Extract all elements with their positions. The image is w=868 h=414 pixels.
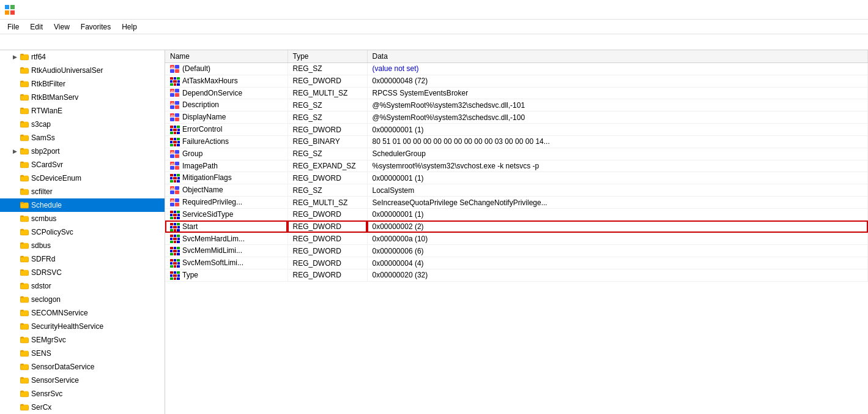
registry-panel[interactable]: Name Type Data ab (Default)REG_SZ(value …: [165, 50, 868, 414]
reg-name-cell: SvcMemHardLim...: [165, 233, 287, 245]
tree-item-rtkaudiouniversalser[interactable]: RtkAudioUniversalSer: [0, 64, 165, 77]
close-button[interactable]: [840, 0, 868, 20]
expand-icon[interactable]: ▶: [10, 52, 20, 62]
folder-icon: [20, 335, 29, 345]
reg-type-cell: REG_EXPAND_SZ: [287, 160, 367, 172]
tree-item-rtwlane[interactable]: RTWlanE: [0, 104, 165, 118]
tree-item-sdbus[interactable]: sdbus: [0, 239, 165, 252]
table-row[interactable]: SvcMemSoftLimi...REG_DWORD0x00000004 (4): [165, 257, 868, 269]
tree-item-sens[interactable]: SENS: [0, 347, 165, 360]
table-row[interactable]: ab RequiredPrivileg...REG_MULTI_SZSeIncr…: [165, 197, 868, 209]
reg-data-cell: SchedulerGroup: [367, 148, 868, 160]
tree-item-label: SDFRd: [31, 255, 55, 263]
tree-item-sensrsvc[interactable]: SensrSvc: [0, 387, 165, 401]
svg-rect-128: [170, 274, 172, 277]
reg-name-cell: ServiceSidType: [165, 208, 287, 220]
svg-rect-49: [174, 144, 176, 146]
tree-item-sdrsvc[interactable]: SDRSVC: [0, 266, 165, 279]
svg-text:ab: ab: [171, 151, 174, 154]
folder-icon: [20, 348, 29, 358]
tree-item-schedule[interactable]: Schedule: [0, 198, 165, 212]
tree-item-semgrsvc[interactable]: SEMgrSvc: [0, 333, 165, 347]
maximize-button[interactable]: [812, 0, 840, 20]
tree-item-seclogon[interactable]: seclogon: [0, 293, 165, 306]
tree-item-rtkbtmanserv[interactable]: RtkBtManServ: [0, 91, 165, 104]
menu-item-view[interactable]: View: [49, 21, 75, 32]
svg-rect-101: [170, 238, 172, 240]
tree-item-sbp2port[interactable]: ▶ sbp2port: [0, 145, 165, 158]
expand-icon: [10, 375, 20, 385]
tree-item-sensorservice[interactable]: SensorService: [0, 374, 165, 387]
svg-rect-63: [177, 174, 180, 176]
tree-item-label: SEMgrSvc: [31, 336, 66, 344]
table-row[interactable]: FailureActionsREG_BINARY80 51 01 00 00 0…: [165, 135, 868, 148]
menu-item-favorites[interactable]: Favorites: [76, 21, 116, 32]
reg-data-cell: 0x0000000a (10): [367, 233, 868, 245]
table-row[interactable]: ab GroupREG_SZSchedulerGroup: [165, 148, 868, 160]
menu-item-edit[interactable]: Edit: [25, 21, 48, 32]
tree-item-label: SensorService: [31, 376, 79, 385]
svg-rect-93: [173, 226, 177, 228]
expand-icon: [10, 66, 20, 75]
tree-item-rtf64[interactable]: ▶ rtf64: [0, 50, 165, 64]
table-row[interactable]: ab DescriptionREG_SZ@%SystemRoot%\system…: [165, 99, 868, 111]
reg-name-label: DisplayName: [182, 113, 226, 121]
svg-rect-31: [175, 118, 179, 121]
folder-icon: [20, 92, 29, 102]
tree-panel[interactable]: ▶ rtf64 RtkAudioUniversalSer RtkBtFilter…: [0, 50, 165, 414]
table-row[interactable]: ab (Default)REG_SZ(value not set): [165, 63, 868, 75]
svg-rect-85: [177, 214, 180, 216]
tree-item-sensordataservice[interactable]: SensorDataService: [0, 360, 165, 374]
reg-name-label: SvcMemSoftLimi...: [182, 258, 243, 267]
table-row[interactable]: SvcMemMidLimi...REG_DWORD0x00000006 (6): [165, 245, 868, 257]
svg-rect-45: [170, 141, 172, 143]
tree-item-securityhealthservice[interactable]: SecurityHealthService: [0, 320, 165, 333]
reg-data-cell: 0x00000001 (1): [367, 172, 868, 184]
tree-item-label: seclogon: [31, 295, 61, 304]
svg-rect-1: [10, 5, 15, 9]
table-row[interactable]: ab ObjectNameREG_SZLocalSystem: [165, 184, 868, 197]
svg-rect-131: [170, 277, 173, 280]
tree-item-scardsvr[interactable]: SCardSvr: [0, 158, 165, 171]
table-row[interactable]: ab DisplayNameREG_SZ@%SystemRoot%\system…: [165, 111, 868, 124]
tree-item-sercx[interactable]: SerCx: [0, 401, 165, 414]
tree-item-samss[interactable]: SamSs: [0, 131, 165, 145]
menu-item-file[interactable]: File: [2, 21, 24, 32]
folder-icon: [20, 241, 29, 250]
table-row[interactable]: SvcMemHardLim...REG_DWORD0x0000000a (10): [165, 233, 868, 245]
table-row[interactable]: AtTaskMaxHoursREG_DWORD0x00000048 (72): [165, 75, 868, 87]
reg-type-cell: REG_SZ: [287, 99, 367, 111]
table-row[interactable]: MitigationFlagsREG_DWORD0x00000001 (1): [165, 172, 868, 184]
tree-item-secomnservice[interactable]: SECOMNService: [0, 306, 165, 320]
tree-item-scfilter[interactable]: scfilter: [0, 185, 165, 198]
svg-rect-40: [174, 132, 176, 134]
table-row[interactable]: StartREG_DWORD0x00000002 (2): [165, 220, 868, 233]
table-row[interactable]: ErrorControlREG_DWORD0x00000001 (1): [165, 124, 868, 136]
tree-item-sdfrd[interactable]: SDFRd: [0, 252, 165, 266]
table-row[interactable]: ab DependOnServiceREG_MULTI_SZRPCSS Syst…: [165, 87, 868, 99]
table-row[interactable]: ServiceSidTypeREG_DWORD0x00000001 (1): [165, 208, 868, 220]
reg-type-cell: REG_SZ: [287, 148, 367, 160]
reg-value-icon: [170, 271, 180, 280]
svg-rect-30: [170, 118, 174, 121]
tree-item-label: SCPolicySvc: [31, 228, 73, 236]
table-row[interactable]: ab ImagePathREG_EXPAND_SZ%systemroot%\sy…: [165, 160, 868, 172]
tree-item-rtkbtfilter[interactable]: RtkBtFilter: [0, 77, 165, 91]
tree-item-scmbus[interactable]: scmbus: [0, 212, 165, 225]
expand-icon[interactable]: ▶: [10, 146, 20, 156]
minimize-button[interactable]: [784, 0, 812, 20]
menu-item-help[interactable]: Help: [117, 21, 142, 32]
tree-item-s3cap[interactable]: s3cap: [0, 118, 165, 131]
svg-rect-117: [174, 259, 176, 262]
tree-item-label: SCardSvr: [31, 160, 63, 169]
svg-rect-95: [170, 229, 173, 231]
table-row[interactable]: TypeREG_DWORD0x00000020 (32): [165, 269, 868, 282]
tree-item-sdstor[interactable]: sdstor: [0, 279, 165, 293]
tree-item-scpolicysvc[interactable]: SCPolicySvc: [0, 225, 165, 239]
reg-name-cell: AtTaskMaxHours: [165, 75, 287, 87]
reg-value-icon: [170, 247, 180, 255]
titlebar-controls: [784, 0, 868, 20]
reg-name-cell: ab Group: [165, 148, 287, 160]
tree-item-scdeviceenum[interactable]: ScDeviceEnum: [0, 171, 165, 185]
addressbar: [0, 34, 868, 50]
